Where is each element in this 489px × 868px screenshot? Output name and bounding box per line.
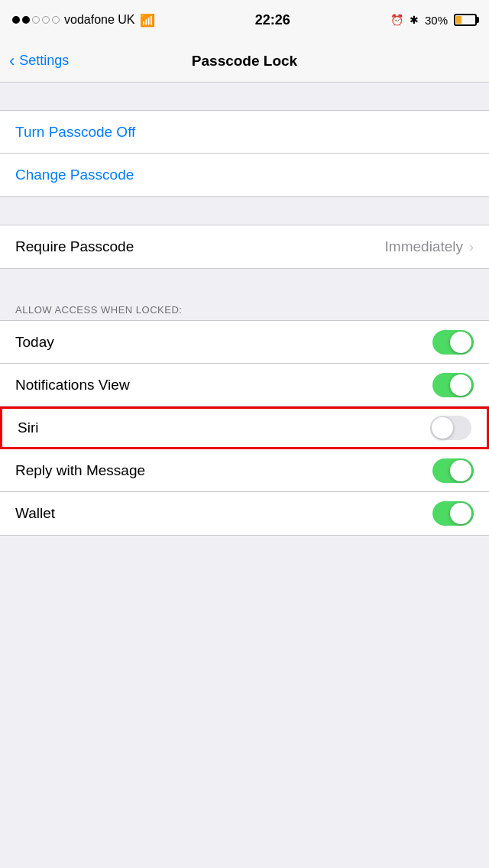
today-row: Today — [0, 321, 489, 364]
signal-dots — [12, 16, 60, 24]
reply-with-message-toggle[interactable] — [432, 458, 474, 483]
status-right: ⏰ ✱ 30% — [390, 14, 477, 27]
passcode-group: Turn Passcode Off Change Passcode — [0, 110, 489, 197]
signal-dot-3 — [32, 16, 40, 24]
battery-icon — [454, 14, 477, 26]
notifications-view-toggle[interactable] — [432, 373, 474, 397]
siri-row: Siri — [0, 406, 489, 449]
notifications-view-row: Notifications View — [0, 364, 489, 406]
wallet-row: Wallet — [0, 492, 489, 535]
signal-dot-5 — [52, 16, 60, 24]
reply-with-message-row: Reply with Message — [0, 449, 489, 492]
carrier-label: vodafone UK — [64, 13, 135, 27]
require-passcode-row[interactable]: Require Passcode Immediately › — [0, 225, 489, 268]
reply-with-message-toggle-thumb — [450, 460, 471, 481]
allow-access-header: ALLOW ACCESS WHEN LOCKED: — [0, 296, 489, 320]
turn-passcode-off-label: Turn Passcode Off — [15, 124, 135, 141]
allow-access-gap — [0, 269, 489, 296]
require-passcode-label: Require Passcode — [15, 238, 134, 255]
bluetooth-icon: ✱ — [410, 14, 419, 26]
battery-fill — [456, 16, 461, 24]
wallet-toggle[interactable] — [432, 501, 474, 526]
allow-access-group: Today Notifications View Siri Reply with… — [0, 320, 489, 536]
today-toggle[interactable] — [432, 330, 474, 355]
require-passcode-current: Immediately — [385, 238, 463, 255]
time-label: 22:26 — [255, 12, 290, 28]
status-left: vodafone UK 📶 — [12, 13, 155, 28]
back-label: Settings — [19, 53, 69, 69]
today-toggle-thumb — [450, 332, 471, 353]
signal-dot-1 — [12, 16, 20, 24]
siri-toggle[interactable] — [430, 416, 471, 440]
notifications-view-label: Notifications View — [15, 377, 130, 394]
signal-dot-2 — [22, 16, 30, 24]
today-label: Today — [15, 334, 54, 351]
notifications-view-toggle-thumb — [450, 374, 471, 396]
nav-bar: ‹ Settings Passcode Lock — [0, 40, 489, 83]
signal-dot-4 — [42, 16, 50, 24]
require-passcode-group: Require Passcode Immediately › — [0, 225, 489, 269]
siri-label: Siri — [18, 419, 38, 436]
top-section-gap — [0, 83, 489, 110]
change-passcode-label: Change Passcode — [15, 167, 134, 183]
back-chevron-icon: ‹ — [9, 51, 15, 71]
status-bar: vodafone UK 📶 22:26 ⏰ ✱ 30% — [0, 0, 489, 40]
middle-section-gap — [0, 197, 489, 225]
page-title: Passcode Lock — [192, 53, 297, 70]
require-passcode-value: Immediately › — [385, 238, 474, 255]
back-button[interactable]: ‹ Settings — [9, 51, 69, 71]
alarm-icon: ⏰ — [390, 14, 403, 26]
battery-percent: 30% — [425, 14, 448, 27]
turn-passcode-off-row[interactable]: Turn Passcode Off — [0, 111, 489, 154]
require-passcode-chevron: › — [469, 239, 474, 255]
reply-with-message-label: Reply with Message — [15, 462, 145, 479]
wallet-label: Wallet — [15, 505, 55, 522]
siri-toggle-thumb — [432, 417, 453, 439]
wifi-icon: 📶 — [140, 13, 155, 28]
wallet-toggle-thumb — [450, 503, 471, 524]
change-passcode-row[interactable]: Change Passcode — [0, 154, 489, 196]
